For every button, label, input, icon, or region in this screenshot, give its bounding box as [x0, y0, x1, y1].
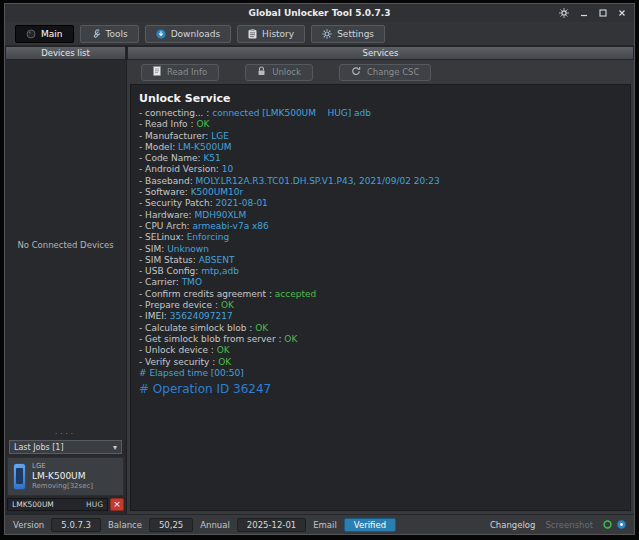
log-value: mtp,adb	[201, 266, 239, 276]
tab-label: History	[262, 29, 294, 39]
log-label: - Confirm credits agreement :	[139, 289, 275, 299]
gear-icon[interactable]	[559, 8, 569, 18]
log-line: - Software: K500UM10r	[139, 187, 624, 198]
tab-settings[interactable]: Settings	[311, 25, 385, 43]
log-value: MOLY.LR12A.R3.TC01.DH.SP.V1.P43, 2021/09…	[196, 176, 440, 186]
tab-main[interactable]: Main	[15, 25, 74, 43]
log-line: - Baseband: MOLY.LR12A.R3.TC01.DH.SP.V1.…	[139, 176, 624, 187]
job-id-field[interactable]: LMK500UM HUG	[7, 498, 108, 511]
log-label: - connecting... :	[139, 108, 212, 118]
log-value: 10	[222, 164, 233, 174]
read-info-button[interactable]: Read Info	[141, 64, 219, 81]
log-output: Unlock Service - connecting... : connect…	[130, 84, 631, 511]
phone-icon	[13, 463, 26, 490]
services-panel-header: Services	[127, 46, 634, 60]
tab-label: Tools	[106, 29, 128, 39]
log-line: - Get simlock blob from server : OK	[139, 334, 624, 345]
app-window: Global Unlocker Tool 5.0.7.3 MainToolsDo…	[4, 3, 635, 535]
log-value: OK	[217, 345, 230, 355]
log-line: - Manufacturer: LGE	[139, 131, 624, 142]
services-panel: Services Read InfoUnlockChange CSC Unloc…	[127, 46, 634, 514]
log-line: - Read Info : OK	[139, 119, 624, 130]
status-indicator-icon[interactable]	[603, 520, 612, 529]
maximize-icon[interactable]	[599, 9, 607, 17]
log-line: - Calculate simlock blob : OK	[139, 323, 624, 334]
last-jobs-label: Last Jobs [1]	[14, 443, 64, 452]
refresh-icon	[351, 66, 361, 78]
log-label: - Android Version:	[139, 164, 222, 174]
main-icon	[26, 29, 36, 39]
log-line: - SIM Status: ABSENT	[139, 255, 624, 266]
log-line: - SELinux: Enforcing	[139, 232, 624, 243]
remove-job-button[interactable]: ×	[110, 498, 124, 511]
log-line: - Code Name: K51	[139, 153, 624, 164]
version-button[interactable]: 5.0.7.3	[51, 518, 101, 532]
email-verified-badge: Verified	[344, 518, 396, 532]
log-value: LM-K500UM	[178, 142, 231, 152]
log-value: # Operation ID 36247	[139, 382, 271, 396]
button-label: Change CSC	[367, 67, 420, 77]
job-list-item[interactable]: LGE LM-K500UM Removing[32sec]	[7, 457, 124, 496]
log-value: OK	[284, 334, 297, 344]
document-icon	[153, 66, 161, 78]
notifications-icon[interactable]	[617, 520, 626, 529]
job-brand: LGE	[32, 462, 93, 471]
window-controls	[559, 8, 634, 18]
log-lines: - connecting... : connected [LMK500UM HU…	[139, 108, 624, 397]
balance-button[interactable]: 50,25	[149, 518, 193, 532]
log-label: - Security Patch:	[139, 198, 216, 208]
job-status: Removing[32sec]	[32, 482, 93, 491]
changelog-button[interactable]: Changelog	[490, 520, 536, 530]
close-icon[interactable]	[618, 9, 626, 17]
button-label: Read Info	[167, 67, 207, 77]
log-line: - Model: LM-K500UM	[139, 142, 624, 153]
log-value: MDH90XLM	[194, 210, 246, 220]
log-value: # Elapsed time [00:50]	[139, 368, 244, 378]
log-label: - Prepare device :	[139, 300, 221, 310]
log-value: Unknown	[167, 244, 209, 254]
log-label: - Read Info :	[139, 119, 196, 129]
annual-date-button[interactable]: 2025-12-01	[237, 518, 306, 532]
log-label: - Manufacturer:	[139, 131, 211, 141]
log-label: - CPU Arch:	[139, 221, 192, 231]
minimize-icon[interactable]	[580, 9, 588, 17]
unlock-button[interactable]: Unlock	[245, 64, 313, 81]
tab-tools[interactable]: Tools	[80, 25, 139, 43]
panel-splitter-handle[interactable]: ····	[5, 429, 126, 439]
tab-bar: MainToolsDownloadsHistorySettings	[5, 22, 634, 46]
log-line: - Confirm credits agreement : accepted	[139, 289, 624, 300]
log-value: TMO	[182, 277, 202, 287]
log-line: - USB Config: mtp,adb	[139, 266, 624, 277]
log-line: - Carrier: TMO	[139, 277, 624, 288]
settings-gear-icon	[322, 29, 332, 39]
status-bar-right: Changelog Screenshot	[490, 520, 626, 530]
change-csc-button[interactable]: Change CSC	[339, 64, 432, 81]
log-value: OK	[221, 300, 234, 310]
screenshot-button[interactable]: Screenshot	[545, 520, 593, 530]
log-label: - SIM Status:	[139, 255, 199, 265]
log-value: Enforcing	[187, 232, 229, 242]
log-value: OK	[218, 357, 231, 367]
log-value: ABSENT	[199, 255, 235, 265]
log-line: - SIM: Unknown	[139, 244, 624, 255]
log-label: - Carrier:	[139, 277, 182, 287]
tab-history[interactable]: History	[237, 25, 305, 43]
log-label: - USB Config:	[139, 266, 201, 276]
tab-label: Downloads	[171, 29, 220, 39]
desktop-background: Global Unlocker Tool 5.0.7.3 MainToolsDo…	[0, 0, 639, 540]
chevron-down-icon: ▾	[113, 443, 117, 452]
tab-downloads[interactable]: Downloads	[145, 25, 231, 43]
log-label: - Baseband:	[139, 176, 196, 186]
log-label: - Calculate simlock blob :	[139, 323, 255, 333]
no-devices-text: No Connected Devices	[17, 240, 113, 250]
title-bar[interactable]: Global Unlocker Tool 5.0.7.3	[5, 4, 634, 22]
log-label: - SELinux:	[139, 232, 187, 242]
devices-empty-area: No Connected Devices	[5, 60, 126, 429]
log-label: - Code Name:	[139, 153, 203, 163]
annual-label: Annual	[200, 520, 230, 530]
download-icon	[156, 29, 166, 39]
log-line: - Unlock device : OK	[139, 345, 624, 356]
tab-label: Main	[41, 29, 63, 39]
last-jobs-dropdown[interactable]: Last Jobs [1] ▾	[9, 440, 122, 454]
log-line: - Prepare device : OK	[139, 300, 624, 311]
